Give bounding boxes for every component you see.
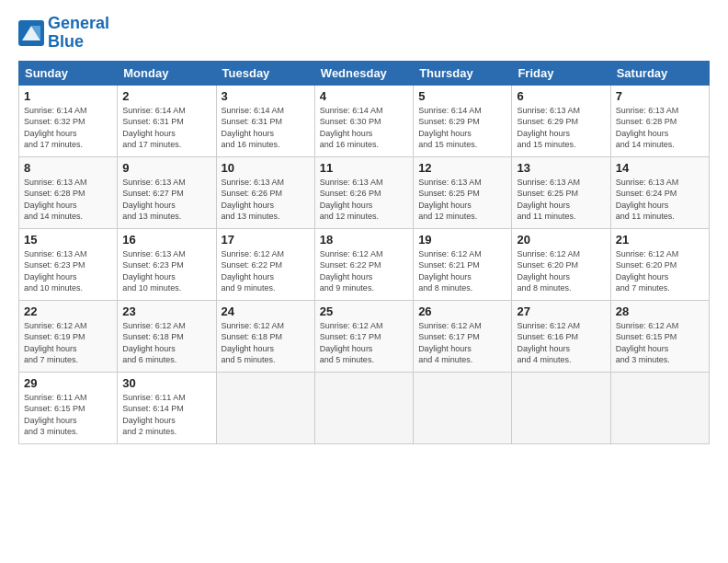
day-number: 16 [122, 233, 210, 247]
day-number: 2 [122, 89, 210, 103]
day-cell-28: 28 Sunrise: 6:12 AMSunset: 6:15 PMDaylig… [610, 300, 709, 372]
day-number: 22 [24, 304, 112, 318]
day-info: Sunrise: 6:13 AMSunset: 6:26 PMDaylight … [320, 178, 383, 222]
day-info: Sunrise: 6:12 AMSunset: 6:18 PMDaylight … [122, 321, 186, 365]
day-info: Sunrise: 6:12 AMSunset: 6:20 PMDaylight … [517, 249, 580, 293]
day-number: 9 [122, 161, 210, 175]
day-info: Sunrise: 6:11 AMSunset: 6:15 PMDaylight … [24, 393, 87, 437]
day-cell-15: 15 Sunrise: 6:13 AMSunset: 6:23 PMDaylig… [19, 228, 118, 300]
day-cell-23: 23 Sunrise: 6:12 AMSunset: 6:18 PMDaylig… [118, 300, 216, 372]
day-info: Sunrise: 6:11 AMSunset: 6:14 PMDaylight … [122, 393, 186, 437]
day-info: Sunrise: 6:14 AMSunset: 6:32 PMDaylight … [24, 106, 87, 150]
empty-cell [512, 372, 610, 443]
weekday-header-saturday: Saturday [610, 61, 709, 85]
day-cell-1: 1 Sunrise: 6:14 AMSunset: 6:32 PMDayligh… [19, 85, 118, 156]
day-cell-29: 29 Sunrise: 6:11 AMSunset: 6:15 PMDaylig… [19, 372, 118, 443]
weekday-header-thursday: Thursday [414, 61, 512, 85]
day-cell-14: 14 Sunrise: 6:13 AMSunset: 6:24 PMDaylig… [610, 156, 709, 228]
logo-text: General Blue [48, 15, 109, 52]
day-cell-13: 13 Sunrise: 6:13 AMSunset: 6:25 PMDaylig… [512, 156, 610, 228]
day-info: Sunrise: 6:12 AMSunset: 6:20 PMDaylight … [616, 249, 679, 293]
day-info: Sunrise: 6:13 AMSunset: 6:28 PMDaylight … [24, 178, 87, 222]
day-number: 18 [320, 233, 408, 247]
logo: General Blue [18, 15, 109, 52]
day-cell-4: 4 Sunrise: 6:14 AMSunset: 6:30 PMDayligh… [314, 85, 413, 156]
empty-cell [414, 372, 512, 443]
day-number: 7 [616, 89, 704, 103]
day-cell-3: 3 Sunrise: 6:14 AMSunset: 6:31 PMDayligh… [216, 85, 314, 156]
day-info: Sunrise: 6:12 AMSunset: 6:21 PMDaylight … [418, 249, 482, 293]
week-row-5: 29 Sunrise: 6:11 AMSunset: 6:15 PMDaylig… [19, 372, 710, 443]
day-info: Sunrise: 6:12 AMSunset: 6:19 PMDaylight … [24, 321, 87, 365]
day-number: 14 [616, 161, 704, 175]
day-number: 1 [24, 89, 112, 103]
day-info: Sunrise: 6:14 AMSunset: 6:31 PMDaylight … [122, 106, 186, 150]
day-info: Sunrise: 6:13 AMSunset: 6:23 PMDaylight … [24, 249, 87, 293]
day-cell-16: 16 Sunrise: 6:13 AMSunset: 6:23 PMDaylig… [118, 228, 216, 300]
week-row-3: 15 Sunrise: 6:13 AMSunset: 6:23 PMDaylig… [19, 228, 710, 300]
day-number: 5 [418, 89, 506, 103]
day-info: Sunrise: 6:13 AMSunset: 6:25 PMDaylight … [517, 178, 580, 222]
week-row-1: 1 Sunrise: 6:14 AMSunset: 6:32 PMDayligh… [19, 85, 710, 156]
page: General Blue SundayMondayTuesdayWednesda… [0, 0, 728, 563]
day-info: Sunrise: 6:13 AMSunset: 6:24 PMDaylight … [616, 178, 679, 222]
day-cell-9: 9 Sunrise: 6:13 AMSunset: 6:27 PMDayligh… [118, 156, 216, 228]
day-cell-10: 10 Sunrise: 6:13 AMSunset: 6:26 PMDaylig… [216, 156, 314, 228]
day-cell-18: 18 Sunrise: 6:12 AMSunset: 6:22 PMDaylig… [314, 228, 413, 300]
weekday-header-row: SundayMondayTuesdayWednesdayThursdayFrid… [19, 61, 710, 85]
day-number: 26 [418, 304, 506, 318]
day-cell-5: 5 Sunrise: 6:14 AMSunset: 6:29 PMDayligh… [414, 85, 512, 156]
day-number: 12 [418, 161, 506, 175]
day-cell-11: 11 Sunrise: 6:13 AMSunset: 6:26 PMDaylig… [314, 156, 413, 228]
day-info: Sunrise: 6:13 AMSunset: 6:28 PMDaylight … [616, 106, 679, 150]
logo-general: General [48, 14, 109, 32]
day-cell-30: 30 Sunrise: 6:11 AMSunset: 6:14 PMDaylig… [118, 372, 216, 443]
day-cell-24: 24 Sunrise: 6:12 AMSunset: 6:18 PMDaylig… [216, 300, 314, 372]
day-info: Sunrise: 6:13 AMSunset: 6:29 PMDaylight … [517, 106, 580, 150]
day-number: 8 [24, 161, 112, 175]
week-row-2: 8 Sunrise: 6:13 AMSunset: 6:28 PMDayligh… [19, 156, 710, 228]
day-number: 30 [122, 376, 210, 390]
empty-cell [610, 372, 709, 443]
day-cell-21: 21 Sunrise: 6:12 AMSunset: 6:20 PMDaylig… [610, 228, 709, 300]
weekday-header-sunday: Sunday [19, 61, 118, 85]
logo-blue: Blue [48, 32, 84, 51]
day-info: Sunrise: 6:12 AMSunset: 6:18 PMDaylight … [222, 321, 285, 365]
day-info: Sunrise: 6:13 AMSunset: 6:27 PMDaylight … [122, 178, 186, 222]
day-cell-25: 25 Sunrise: 6:12 AMSunset: 6:17 PMDaylig… [314, 300, 413, 372]
day-cell-27: 27 Sunrise: 6:12 AMSunset: 6:16 PMDaylig… [512, 300, 610, 372]
day-number: 24 [222, 304, 310, 318]
weekday-header-wednesday: Wednesday [314, 61, 413, 85]
day-number: 15 [24, 233, 112, 247]
day-number: 21 [616, 233, 704, 247]
day-cell-7: 7 Sunrise: 6:13 AMSunset: 6:28 PMDayligh… [610, 85, 709, 156]
day-number: 29 [24, 376, 112, 390]
day-number: 23 [122, 304, 210, 318]
day-number: 19 [418, 233, 506, 247]
day-cell-19: 19 Sunrise: 6:12 AMSunset: 6:21 PMDaylig… [414, 228, 512, 300]
weekday-header-monday: Monday [118, 61, 216, 85]
weekday-header-friday: Friday [512, 61, 610, 85]
empty-cell [314, 372, 413, 443]
day-number: 17 [222, 233, 310, 247]
day-info: Sunrise: 6:12 AMSunset: 6:22 PMDaylight … [320, 249, 383, 293]
logo-icon [18, 20, 44, 46]
day-number: 13 [517, 161, 605, 175]
day-number: 3 [222, 89, 310, 103]
day-info: Sunrise: 6:14 AMSunset: 6:31 PMDaylight … [222, 106, 285, 150]
day-info: Sunrise: 6:13 AMSunset: 6:23 PMDaylight … [122, 249, 186, 293]
header: General Blue [18, 15, 710, 52]
day-number: 11 [320, 161, 408, 175]
day-info: Sunrise: 6:14 AMSunset: 6:29 PMDaylight … [418, 106, 482, 150]
day-info: Sunrise: 6:12 AMSunset: 6:17 PMDaylight … [320, 321, 383, 365]
day-info: Sunrise: 6:13 AMSunset: 6:26 PMDaylight … [222, 178, 285, 222]
day-cell-12: 12 Sunrise: 6:13 AMSunset: 6:25 PMDaylig… [414, 156, 512, 228]
day-cell-17: 17 Sunrise: 6:12 AMSunset: 6:22 PMDaylig… [216, 228, 314, 300]
day-info: Sunrise: 6:12 AMSunset: 6:22 PMDaylight … [222, 249, 285, 293]
day-number: 10 [222, 161, 310, 175]
day-info: Sunrise: 6:12 AMSunset: 6:16 PMDaylight … [517, 321, 580, 365]
day-number: 4 [320, 89, 408, 103]
day-cell-22: 22 Sunrise: 6:12 AMSunset: 6:19 PMDaylig… [19, 300, 118, 372]
day-cell-26: 26 Sunrise: 6:12 AMSunset: 6:17 PMDaylig… [414, 300, 512, 372]
day-info: Sunrise: 6:12 AMSunset: 6:17 PMDaylight … [418, 321, 482, 365]
